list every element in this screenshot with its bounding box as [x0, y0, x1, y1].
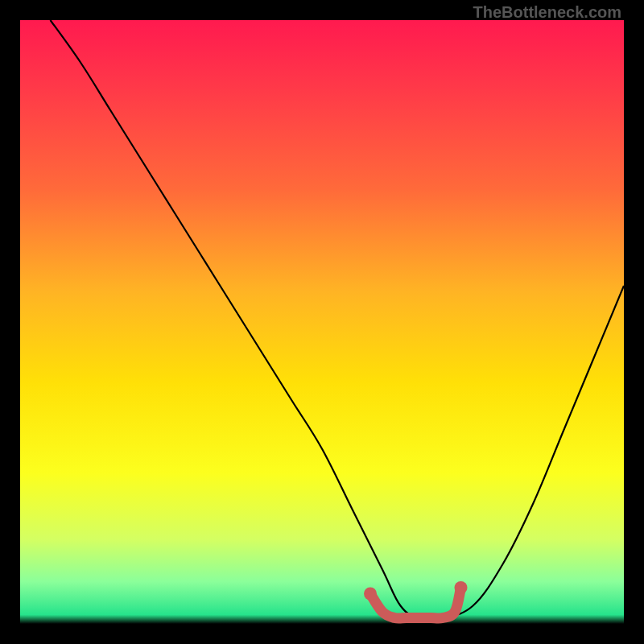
optimal-marker-start: [364, 588, 377, 601]
optimal-marker: [370, 588, 461, 618]
watermark-text: TheBottleneck.com: [473, 3, 621, 22]
plot-area: [20, 20, 624, 624]
bottleneck-curve: [51, 20, 625, 620]
curve-layer: [20, 20, 624, 624]
optimal-marker-end: [455, 581, 468, 594]
chart-frame: [20, 20, 624, 624]
